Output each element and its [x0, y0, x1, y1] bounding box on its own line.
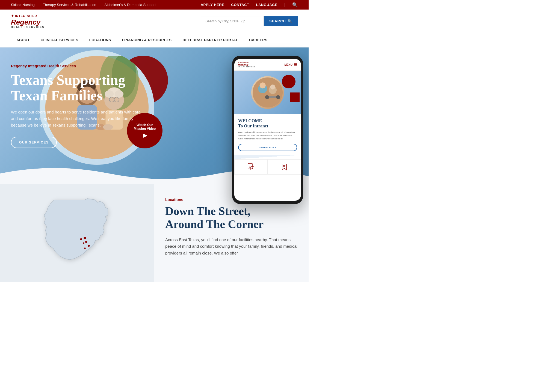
logo-name: Regency [11, 19, 45, 26]
divider: | [284, 2, 285, 7]
map-dot-5 [88, 245, 90, 247]
play-icon: ▶ [143, 132, 147, 139]
phone-red-circle-2 [290, 92, 300, 102]
locations-title: Down The Street, Around The Corner [165, 205, 298, 231]
search-area: SEARCH 🔍 [201, 16, 298, 26]
nav-clinical[interactable]: CLINICAL SERVICES [35, 33, 84, 47]
logo-icon: ✦ [11, 14, 14, 18]
alzheimers-link[interactable]: Alzheimer's & Dementia Support [105, 3, 156, 7]
phone-menu[interactable]: MENU ☰ [285, 62, 297, 67]
top-bar-nav: Skilled Nursing Therapy Services & Rehab… [11, 3, 156, 7]
phone-wave-divider [234, 155, 301, 159]
logo-name-text: Regency [11, 18, 40, 26]
apply-here-link[interactable]: APPLY HERE [201, 3, 224, 7]
search-btn-icon: 🔍 [288, 19, 292, 23]
phone-learn-more-button[interactable]: LEARN MORE [238, 144, 297, 151]
search-button[interactable]: SEARCH 🔍 [264, 16, 298, 26]
language-link[interactable]: LANGUAGE [256, 3, 277, 7]
phone-red-dot [282, 75, 295, 88]
hero-section: Regency Integrated Health Services Texan… [0, 47, 309, 184]
our-services-button[interactable]: OUR SERVICES [11, 137, 57, 148]
main-nav: ABOUT CLINICAL SERVICES LOCATIONS FINANC… [0, 33, 309, 47]
texas-map-area [0, 184, 154, 282]
map-dot-3 [85, 241, 87, 243]
phone-bookmark-icon [280, 163, 288, 171]
nav-referral[interactable]: REFERRAL PARTNER PORTAL [177, 33, 244, 47]
search-button-label: SEARCH [269, 19, 286, 23]
phone-document-icon [247, 163, 255, 171]
hero-title: Texans Supporting Texan Families [11, 72, 142, 103]
contact-link[interactable]: CONTACT [231, 3, 249, 7]
map-dot-6 [84, 247, 86, 249]
phone-content: WELCOME To Our Intranet Amet minim molli… [234, 114, 301, 155]
nav-locations[interactable]: LOCATIONS [84, 33, 117, 47]
top-bar: Skilled Nursing Therapy Services & Rehab… [0, 0, 309, 10]
phone-illustration [253, 77, 283, 107]
therapy-services-link[interactable]: Therapy Services & Rehabilitation [43, 3, 96, 7]
phone-menu-label: MENU [285, 63, 292, 66]
phone-screen: ✦ INTEGRATED Regency HEALTH SERVICES MEN… [234, 59, 301, 201]
texas-map [39, 195, 116, 271]
phone-circle-image [251, 76, 284, 109]
logo-area: ✦ INTEGRATED Regency HEALTH SERVICES [11, 14, 45, 29]
phone-description: Amet minim mollit non deserunt ullamco e… [238, 131, 297, 140]
logo-sub: HEALTH SERVICES [11, 26, 45, 29]
phone-icon-2[interactable] [268, 159, 301, 175]
top-bar-right: APPLY HERE CONTACT LANGUAGE | 🔍 [201, 2, 298, 7]
site-header: ✦ INTEGRATED Regency HEALTH SERVICES SEA… [0, 10, 309, 33]
logo-tagline: INTEGRATED [15, 14, 37, 17]
hero-content: Regency Integrated Health Services Texan… [11, 64, 142, 148]
hamburger-icon: ☰ [294, 62, 297, 67]
search-icon-top[interactable]: 🔍 [292, 2, 298, 7]
map-dot-4 [83, 243, 84, 244]
hero-brand: Regency Integrated Health Services [11, 64, 142, 68]
map-dot-2 [80, 238, 82, 240]
nav-about[interactable]: ABOUT [11, 33, 35, 47]
nav-financing[interactable]: FINANCING & RESOURCES [117, 33, 177, 47]
skilled-nursing-link[interactable]: Skilled Nursing [11, 3, 35, 7]
locations-description: Across East Texas, you'll find one of ou… [165, 237, 298, 257]
phone-hero-image [234, 71, 301, 114]
phone-welcome-title: WELCOME To Our Intranet [238, 118, 297, 128]
phone-icon-1[interactable] [234, 159, 268, 175]
nav-careers[interactable]: CAREERS [244, 33, 273, 47]
phone-logo: ✦ INTEGRATED Regency HEALTH SERVICES [238, 62, 255, 68]
phone-bottom-icons [234, 159, 301, 175]
map-dot-1 [84, 237, 86, 239]
hero-description: We open our doors and hearts to serve re… [11, 109, 142, 128]
phone-mockup: ✦ INTEGRATED Regency HEALTH SERVICES MEN… [232, 56, 303, 204]
search-input[interactable] [201, 16, 264, 26]
svg-point-28 [253, 77, 283, 107]
phone-header: ✦ INTEGRATED Regency HEALTH SERVICES MEN… [234, 59, 301, 71]
